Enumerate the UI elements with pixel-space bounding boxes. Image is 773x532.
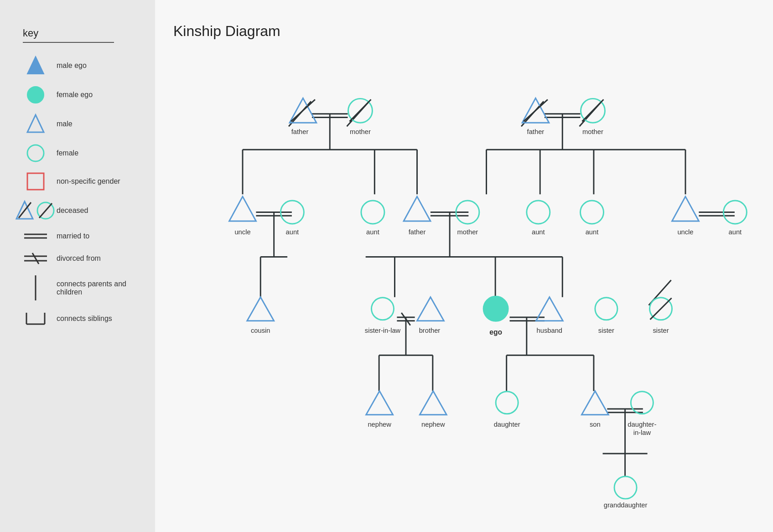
- parent-child-label: connects parents and children: [57, 280, 137, 296]
- svg-marker-96: [420, 391, 446, 415]
- key-item-siblings: connects siblings: [23, 310, 137, 326]
- divorced-icon: [23, 252, 48, 265]
- key-divider: [23, 42, 114, 43]
- deceased-label: deceased: [57, 207, 88, 215]
- svg-point-99: [631, 392, 653, 414]
- gen1-father-label: father: [409, 229, 426, 236]
- key-title: key: [23, 27, 137, 39]
- svg-point-3: [27, 145, 44, 161]
- sidebar: key male ego female ego male: [0, 0, 155, 532]
- gen1-uncle: [229, 196, 256, 221]
- svg-marker-81: [404, 196, 431, 221]
- gen2-sister1-label: sister: [598, 327, 614, 334]
- gen1-father: [404, 196, 431, 221]
- maternal-grandmother-label: mother: [582, 128, 603, 135]
- male-icon: [23, 114, 48, 134]
- svg-point-85: [581, 201, 604, 224]
- gen1-uncle2: [672, 196, 699, 221]
- parent-child-icon: [23, 275, 48, 300]
- gen3-daughter-in-law-label: daughter-: [628, 421, 656, 428]
- gen3-nephew1: [366, 391, 393, 415]
- gen1-mother-label: mother: [457, 229, 478, 236]
- svg-marker-87: [247, 297, 274, 321]
- svg-marker-84: [672, 196, 699, 221]
- male-ego-label: male ego: [57, 62, 87, 70]
- gen2-sister2: [650, 298, 672, 320]
- gen2-ego-label: ego: [489, 328, 502, 336]
- gen3-daughter-in-law: [631, 392, 653, 414]
- gen2-sister1: [595, 298, 617, 320]
- svg-marker-2: [27, 115, 44, 132]
- main-content: Kinship Diagram .line { stroke: #2d3436;…: [155, 0, 773, 532]
- svg-point-92: [595, 298, 617, 320]
- married-icon: [23, 231, 48, 242]
- kinship-diagram: .line { stroke: #2d3436; stroke-width: 3…: [173, 53, 755, 532]
- female-label: female: [57, 149, 78, 157]
- divorced-label: divorced from: [57, 254, 101, 263]
- svg-line-71: [291, 99, 315, 121]
- key-item-non-specific: non-specific gender: [23, 172, 137, 191]
- key-item-male-ego: male ego: [23, 56, 137, 76]
- gen3-daughter-in-law-label2: in-law: [633, 429, 651, 436]
- svg-marker-98: [581, 391, 608, 415]
- non-specific-label: non-specific gender: [57, 177, 120, 186]
- gen2-husband-label: husband: [537, 327, 562, 334]
- paternal-grandfather: [290, 98, 316, 123]
- svg-point-90: [483, 296, 508, 321]
- gen1-aunt2-label: aunt: [366, 229, 379, 236]
- svg-point-83: [527, 201, 550, 224]
- maternal-grandmother: [581, 98, 605, 123]
- key-item-married: married to: [23, 231, 137, 242]
- gen4-granddaughter-label: granddaughter: [604, 501, 648, 509]
- gen2-sister-in-law-label: sister-in-law: [365, 327, 401, 334]
- gen3-nephew2-label: nephew: [421, 421, 445, 428]
- male-ego-icon: [23, 56, 48, 76]
- svg-line-8: [39, 203, 52, 218]
- gen3-son: [581, 391, 608, 415]
- maternal-grandfather-label: father: [527, 128, 545, 135]
- key-item-deceased: deceased: [23, 201, 137, 221]
- gen2-sister-in-law: [371, 298, 394, 320]
- key-item-female: female: [23, 144, 137, 162]
- gen1-aunt3-label: aunt: [532, 229, 545, 236]
- gen1-aunt5-label: aunt: [729, 229, 742, 236]
- married-label: married to: [57, 232, 89, 240]
- svg-marker-78: [229, 196, 256, 221]
- gen1-aunt4-label: aunt: [586, 229, 599, 236]
- gen1-uncle2-label: uncle: [677, 229, 693, 236]
- gen3-daughter: [496, 392, 518, 414]
- svg-marker-95: [366, 391, 393, 415]
- svg-point-88: [371, 298, 394, 320]
- gen2-sister2-label: sister: [653, 327, 669, 334]
- gen1-aunt1-label: aunt: [286, 229, 299, 236]
- svg-point-80: [361, 201, 384, 224]
- gen1-aunt3: [527, 201, 550, 224]
- gen2-ego: [483, 296, 508, 321]
- gen2-brother: [417, 297, 444, 321]
- male-label: male: [57, 120, 73, 128]
- svg-line-73: [349, 99, 371, 121]
- key-item-parent-child: connects parents and children: [23, 275, 137, 300]
- svg-point-1: [27, 87, 44, 103]
- svg-point-97: [496, 392, 518, 414]
- paternal-grandfather-label: father: [291, 128, 309, 135]
- gen1-uncle-label: uncle: [234, 229, 250, 236]
- svg-line-13: [32, 253, 39, 264]
- gen3-daughter-label: daughter: [494, 421, 520, 428]
- svg-rect-4: [27, 173, 44, 190]
- gen4-granddaughter: [614, 476, 637, 499]
- deceased-icon: [23, 201, 48, 221]
- gen3-nephew2: [420, 391, 446, 415]
- gen2-brother-label: brother: [419, 327, 441, 334]
- maternal-grandfather: [522, 98, 549, 123]
- key-item-male: male: [23, 114, 137, 134]
- paternal-grandmother: [348, 98, 372, 123]
- gen3-nephew1-label: nephew: [368, 421, 391, 428]
- gen1-aunt4: [581, 201, 604, 224]
- svg-line-77: [582, 99, 603, 121]
- key-item-divorced: divorced from: [23, 252, 137, 265]
- gen2-cousin: [247, 297, 274, 321]
- siblings-label: connects siblings: [57, 315, 112, 323]
- svg-line-75: [524, 99, 548, 121]
- siblings-icon: [23, 310, 48, 326]
